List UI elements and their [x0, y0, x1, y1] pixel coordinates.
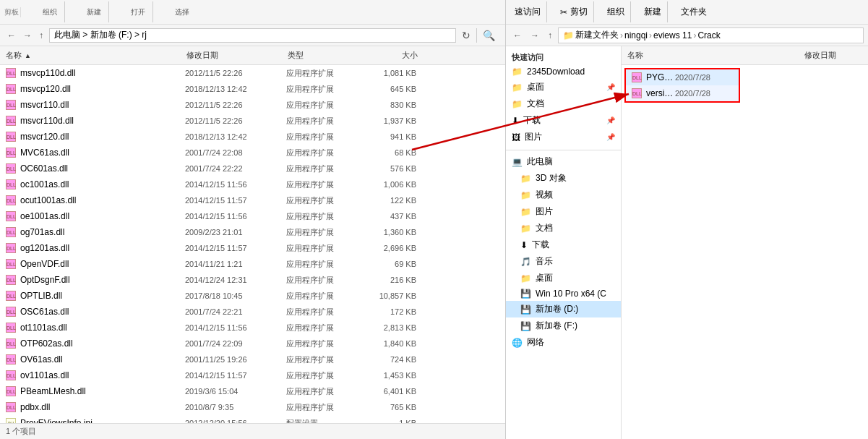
table-row[interactable]: DLL OC601as.dll 2001/7/24 22:22 应用程序扩展 5…: [0, 161, 505, 176]
quick-access-downloads[interactable]: ⬇ 下载 📌: [506, 112, 621, 129]
col-header-type[interactable]: 类型: [288, 50, 360, 61]
tree-item-music[interactable]: 🎵 音乐: [506, 253, 621, 270]
tree-item-dl[interactable]: ⬇ 下载: [506, 236, 621, 253]
tree-item-docs[interactable]: 📁 文档: [506, 220, 621, 236]
right-file-list[interactable]: DLL PYG64.dll 2020/7/28 DLL version.dll …: [622, 65, 868, 439]
table-row[interactable]: DLL OPTLIB.dll 2017/8/18 10:45 应用程序扩展 10…: [0, 288, 505, 304]
tree-item-win[interactable]: 💾 Win 10 Pro x64 (C: [506, 286, 621, 301]
quick-access-desktop[interactable]: 📁 桌面 📌: [506, 79, 621, 95]
breadcrumb-item-2[interactable]: ningqi: [624, 30, 648, 41]
breadcrumb-item-3[interactable]: eviews 11: [653, 30, 692, 41]
tree-item-drive-f[interactable]: 💾 新加卷 (F:): [506, 317, 621, 334]
folder-music-icon: 🎵: [520, 257, 531, 267]
table-row[interactable]: DLL OV61as.dll 2001/11/25 19:26 应用程序扩展 7…: [0, 351, 505, 367]
file-date: 2001/7/24 22:09: [185, 339, 286, 348]
address-input[interactable]: [49, 28, 456, 43]
breadcrumb-item-1[interactable]: 新建文件夹: [575, 29, 619, 41]
right-back-button[interactable]: ←: [510, 29, 525, 42]
table-row[interactable]: INI PrevEViewsInfo.ini 2012/12/20 15:56 …: [0, 415, 505, 423]
breadcrumb-sep-2: ›: [649, 30, 652, 41]
file-type: 应用程序扩展: [286, 211, 358, 222]
right-up-button[interactable]: ↑: [545, 29, 555, 42]
table-row[interactable]: DLL MVC61as.dll 2001/7/24 22:08 应用程序扩展 6…: [0, 145, 505, 161]
right-forward-button[interactable]: →: [528, 29, 542, 42]
table-row[interactable]: DLL PYG64.dll 2020/7/28: [626, 69, 739, 85]
toolbar-section-open: 打开: [124, 1, 153, 22]
right-toolbar-new: 新建: [638, 1, 668, 22]
right-col-header-name[interactable]: 名称: [627, 50, 804, 61]
table-row[interactable]: DLL og1201as.dll 2014/12/15 11:57 应用程序扩展…: [0, 240, 505, 256]
file-name: ov1101as.dll: [20, 370, 185, 380]
file-size: 69 KB: [358, 260, 416, 268]
quick-access-pictures[interactable]: 🖼 图片 📌: [506, 129, 621, 145]
r-file-icon: DLL: [632, 88, 642, 98]
file-size: 576 KB: [358, 164, 416, 173]
sort-arrow: ▲: [25, 52, 31, 59]
table-row[interactable]: DLL msvcp110d.dll 2012/11/5 22:26 应用程序扩展…: [0, 65, 505, 81]
breadcrumb-item-4[interactable]: Crack: [697, 30, 720, 41]
table-row[interactable]: DLL OTP602as.dll 2001/7/24 22:09 应用程序扩展 …: [0, 336, 505, 351]
right-col-header-date[interactable]: 修改日期: [804, 50, 862, 61]
quick-access-2345download[interactable]: 📁 2345Download: [506, 64, 621, 79]
toolbar-section-new: 新建: [80, 1, 109, 22]
tree-item-3d[interactable]: 📁 3D 对象: [506, 170, 621, 187]
table-row[interactable]: DLL oe1001as.dll 2014/12/15 11:56 应用程序扩展…: [0, 208, 505, 224]
quick-access-documents[interactable]: 📁 文档: [506, 95, 621, 112]
table-row[interactable]: DLL ocut1001as.dll 2014/12/15 11:57 应用程序…: [0, 192, 505, 208]
breadcrumb: 📁 新建文件夹 › ningqi › eviews 11 › Crack: [558, 27, 864, 43]
table-row[interactable]: DLL version.dll 2020/7/28: [626, 85, 739, 101]
search-button[interactable]: 🔍: [476, 28, 501, 43]
r-file-icon: DLL: [632, 72, 642, 82]
left-column-headers: 名称 ▲ 修改日期 类型 大小: [0, 46, 505, 65]
file-date: 2012/11/5 22:26: [185, 69, 286, 77]
table-row[interactable]: DLL msvcr110d.dll 2012/11/5 22:26 应用程序扩展…: [0, 113, 505, 129]
tree-item-computer[interactable]: 💻 此电脑: [506, 153, 621, 170]
file-size: 830 KB: [358, 101, 416, 109]
tree-item-pictures[interactable]: 📁 图片: [506, 203, 621, 220]
table-row[interactable]: DLL PBeamLMesh.dll 2019/3/6 15:04 应用程序扩展…: [0, 383, 505, 399]
table-row[interactable]: DLL oc1001as.dll 2014/12/15 11:56 应用程序扩展…: [0, 176, 505, 192]
file-icon: DLL: [6, 291, 16, 301]
file-date: 2018/12/13 12:42: [185, 132, 286, 141]
file-name: msvcp120.dll: [20, 84, 185, 94]
file-icon: DLL: [6, 402, 16, 412]
col-header-date[interactable]: 修改日期: [186, 50, 288, 61]
folder-2345-icon: 📁: [512, 67, 523, 77]
table-row[interactable]: DLL og701as.dll 2009/2/23 21:01 应用程序扩展 1…: [0, 224, 505, 240]
tree-item-drive-d[interactable]: 💾 新加卷 (D:): [506, 301, 621, 317]
forward-button[interactable]: →: [20, 29, 35, 42]
col-header-size[interactable]: 大小: [360, 50, 418, 61]
table-row[interactable]: DLL OptDsgnF.dll 2014/12/24 12:31 应用程序扩展…: [0, 272, 505, 288]
file-size: 1,937 KB: [358, 116, 416, 125]
refresh-button[interactable]: ↻: [459, 28, 473, 43]
up-button[interactable]: ↑: [36, 29, 46, 42]
right-toolbar-new-label: 新建: [644, 6, 661, 18]
tree-item-video[interactable]: 📁 视频: [506, 187, 621, 203]
quick-access-docs-label: 文档: [527, 98, 544, 110]
back-button[interactable]: ←: [4, 29, 19, 42]
tree-item-network[interactable]: 🌐 网络: [506, 334, 621, 351]
file-type: 应用程序扩展: [286, 163, 358, 174]
folder-desktop-icon: 📁: [512, 82, 523, 93]
table-row[interactable]: DLL ot1101as.dll 2014/12/15 11:56 应用程序扩展…: [0, 320, 505, 336]
left-file-list[interactable]: DLL msvcp110d.dll 2012/11/5 22:26 应用程序扩展…: [0, 65, 505, 423]
pin-icon-1: 📌: [606, 83, 615, 91]
table-row[interactable]: DLL OpenVDF.dll 2014/11/21 1:21 应用程序扩展 6…: [0, 256, 505, 272]
file-date: 2014/12/15 11:56: [185, 323, 286, 332]
tree-item-desk[interactable]: 📁 桌面: [506, 270, 621, 286]
file-type: 应用程序扩展: [286, 132, 358, 142]
folder-3d-icon: 📁: [520, 174, 531, 184]
table-row[interactable]: DLL pdbx.dll 2010/8/7 9:35 应用程序扩展 765 KB: [0, 399, 505, 415]
table-row[interactable]: DLL msvcr120.dll 2018/12/13 12:42 应用程序扩展…: [0, 129, 505, 145]
file-date: 2014/12/15 11:57: [185, 196, 286, 205]
table-row[interactable]: DLL msvcp120.dll 2018/12/13 12:42 应用程序扩展…: [0, 81, 505, 97]
breadcrumb-sep-1: ›: [620, 30, 623, 41]
quick-access-desktop-label: 桌面: [527, 81, 544, 93]
quick-access-sidebar: 快速访问 📁 2345Download 📁 桌面 📌 📁 文档 ⬇ 下载: [506, 46, 622, 439]
table-row[interactable]: DLL msvcr110.dll 2012/11/5 22:26 应用程序扩展 …: [0, 97, 505, 113]
file-type: 应用程序扩展: [286, 402, 358, 413]
col-header-name[interactable]: 名称 ▲: [6, 50, 186, 61]
table-row[interactable]: DLL OSC61as.dll 2001/7/24 22:21 应用程序扩展 1…: [0, 304, 505, 320]
table-row[interactable]: DLL ov1101as.dll 2014/12/15 11:57 应用程序扩展…: [0, 367, 505, 383]
status-text: 1 个项目: [6, 426, 36, 437]
